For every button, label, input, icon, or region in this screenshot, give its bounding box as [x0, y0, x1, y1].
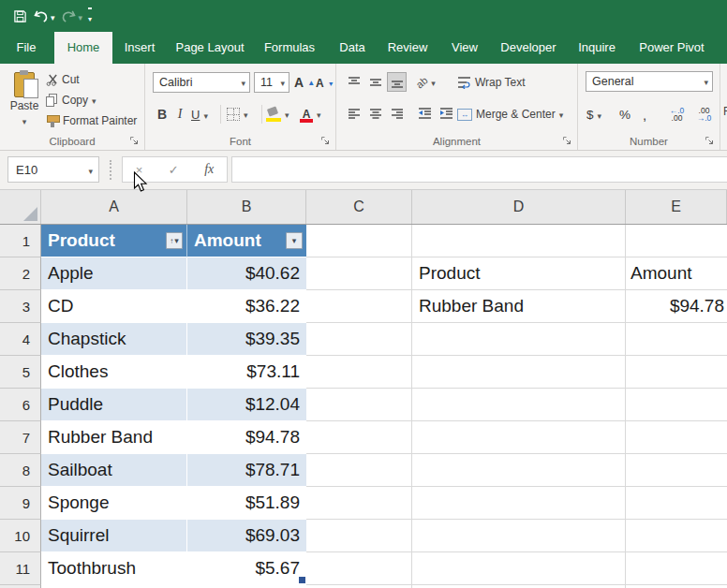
amount-filter-button[interactable]: [286, 232, 303, 249]
column-header-c[interactable]: C: [306, 190, 412, 224]
format-painter-button[interactable]: Format Painter: [45, 112, 138, 129]
copy-button[interactable]: Copy: [45, 92, 97, 109]
cell-a6[interactable]: Puddle: [41, 389, 187, 421]
cell-d11[interactable]: [412, 552, 626, 585]
row-header-7[interactable]: 7: [0, 421, 41, 454]
font-color-dropdown-icon[interactable]: [317, 108, 321, 121]
cell-b6[interactable]: $12.04: [187, 389, 306, 421]
row-header-1[interactable]: 1: [0, 225, 41, 257]
row-header-2[interactable]: 2: [0, 257, 41, 290]
align-left-button[interactable]: [344, 103, 364, 123]
font-size-select[interactable]: 11: [254, 72, 289, 93]
increase-decimal-button[interactable]: ←.0 .00: [664, 103, 690, 125]
cell-c6[interactable]: [306, 389, 412, 421]
cell-b9[interactable]: $51.89: [187, 487, 306, 520]
cell-a1[interactable]: Product: [41, 225, 187, 257]
bold-button[interactable]: B: [153, 103, 171, 125]
cell-d8[interactable]: [412, 454, 626, 487]
cell-c5[interactable]: [306, 356, 412, 389]
row-header-11[interactable]: 11: [0, 552, 41, 585]
cell-d5[interactable]: [412, 356, 626, 389]
cell-e9[interactable]: [626, 487, 727, 520]
cell-b8[interactable]: $78.71: [187, 454, 306, 487]
tab-power-pivot[interactable]: Power Pivot: [635, 32, 708, 64]
tab-insert[interactable]: Insert: [118, 32, 161, 64]
cell-c3[interactable]: [306, 290, 412, 323]
cell-a9[interactable]: Sponge: [41, 487, 187, 520]
align-middle-button[interactable]: [365, 72, 385, 92]
cell-a5[interactable]: Clothes: [41, 356, 187, 389]
fill-color-dropdown-icon[interactable]: [285, 108, 289, 121]
formula-bar-handle[interactable]: [110, 160, 111, 180]
font-color-button[interactable]: A: [299, 103, 329, 125]
cell-d2[interactable]: Product: [412, 257, 626, 290]
currency-dropdown-icon[interactable]: [598, 108, 602, 122]
column-header-a[interactable]: A: [41, 190, 187, 224]
decrease-font-size-button[interactable]: A▼: [315, 74, 335, 93]
font-dialog-launcher[interactable]: [320, 136, 331, 146]
cell-c8[interactable]: [306, 454, 412, 487]
cell-e8[interactable]: [626, 454, 727, 487]
cell-b4[interactable]: $39.35: [187, 323, 306, 356]
cell-e6[interactable]: [626, 389, 727, 421]
cell-e1[interactable]: [626, 225, 727, 257]
tab-file[interactable]: File: [7, 32, 45, 64]
cell-a11[interactable]: Toothbrush: [41, 552, 187, 585]
cell-b11[interactable]: $5.67: [187, 552, 306, 585]
cell-d7[interactable]: [412, 421, 626, 454]
save-button[interactable]: [13, 5, 27, 27]
cell-d10[interactable]: [412, 520, 626, 552]
row-header-5[interactable]: 5: [0, 356, 41, 389]
table-resize-handle[interactable]: [299, 577, 305, 583]
cell-d9[interactable]: [412, 487, 626, 520]
select-all-button[interactable]: [0, 190, 41, 224]
copy-dropdown-icon[interactable]: [92, 94, 96, 107]
name-box[interactable]: E10: [7, 156, 99, 183]
align-right-button[interactable]: [387, 103, 407, 123]
cell-e4[interactable]: [626, 323, 727, 356]
cell-a4[interactable]: Chapstick: [41, 323, 187, 356]
column-header-e[interactable]: E: [626, 190, 727, 224]
accounting-format-button[interactable]: $: [586, 103, 612, 125]
row-header-6[interactable]: 6: [0, 389, 41, 421]
tab-review[interactable]: Review: [384, 32, 431, 64]
underline-button[interactable]: U: [190, 103, 216, 125]
cell-e3[interactable]: $94.78: [626, 290, 727, 323]
cell-a7[interactable]: Rubber Band: [41, 421, 187, 454]
cell-d4[interactable]: [412, 323, 626, 356]
clipboard-dialog-launcher[interactable]: [129, 136, 140, 146]
product-filter-button[interactable]: [166, 232, 183, 249]
cell-b10[interactable]: $69.03: [187, 520, 306, 552]
cell-c11[interactable]: [306, 552, 412, 585]
row-header-9[interactable]: 9: [0, 487, 41, 520]
fill-color-button[interactable]: [265, 103, 295, 125]
borders-dropdown-icon[interactable]: [244, 108, 248, 121]
align-center-button[interactable]: [365, 103, 385, 123]
cell-d3[interactable]: Rubber Band: [412, 290, 626, 323]
cell-d1[interactable]: [412, 225, 626, 257]
cell-c2[interactable]: [306, 257, 412, 290]
cell-c1[interactable]: [306, 225, 412, 257]
column-header-b[interactable]: B: [187, 190, 306, 224]
alignment-dialog-launcher[interactable]: [562, 136, 572, 146]
cell-c9[interactable]: [306, 487, 412, 520]
align-top-button[interactable]: [344, 72, 364, 92]
redo-dropdown-icon[interactable]: [79, 9, 83, 23]
paste-button[interactable]: Paste: [6, 69, 43, 142]
orientation-dropdown-icon[interactable]: [431, 76, 436, 89]
borders-button[interactable]: [226, 103, 258, 125]
cell-a10[interactable]: Squirrel: [41, 520, 187, 552]
cell-e10[interactable]: [626, 520, 727, 552]
cell-a3[interactable]: CD: [41, 290, 187, 323]
underline-dropdown-icon[interactable]: [203, 108, 208, 122]
cell-a2[interactable]: Apple: [41, 257, 187, 290]
cell-e2[interactable]: Amount: [626, 257, 727, 290]
cancel-button[interactable]: ×: [136, 163, 143, 177]
cut-button[interactable]: Cut: [45, 71, 81, 88]
insert-function-button[interactable]: fx: [204, 162, 214, 177]
merge-center-button[interactable]: ↔ Merge & Center: [456, 103, 564, 125]
cell-b7[interactable]: $94.78: [187, 421, 306, 454]
undo-dropdown-icon[interactable]: [51, 9, 55, 23]
number-format-select[interactable]: General: [586, 71, 713, 92]
qat-customize-button[interactable]: [88, 5, 92, 27]
